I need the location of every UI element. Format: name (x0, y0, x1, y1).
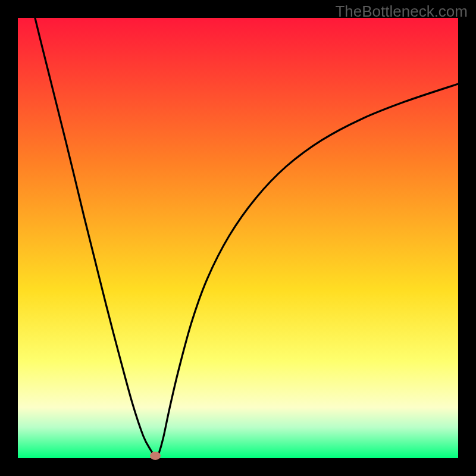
watermark-label: TheBottleneck.com (335, 2, 468, 21)
series-curve (35, 18, 458, 456)
chart-curve-layer (18, 18, 458, 458)
bottleneck-marker (150, 452, 161, 460)
plot-area (18, 18, 458, 458)
chart-container: TheBottleneck.com (0, 0, 476, 476)
